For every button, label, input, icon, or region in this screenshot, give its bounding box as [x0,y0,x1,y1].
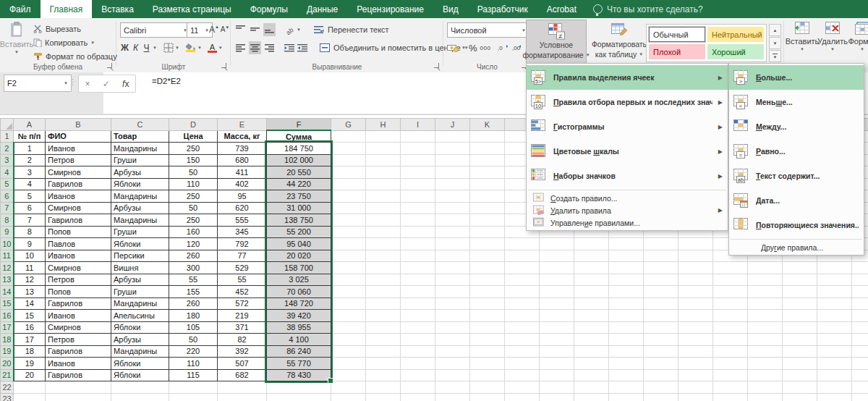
cf-submenu-item-2[interactable]: Между... [729,114,864,139]
cancel-icon[interactable]: × [85,79,90,89]
grid-cell[interactable] [331,358,366,370]
grid-cell[interactable]: Персики [111,250,169,262]
grid-cell[interactable] [401,166,435,179]
grid-cell[interactable] [748,262,783,274]
grid-cell[interactable] [470,310,505,322]
grid-cell[interactable] [748,274,783,286]
grid-cell[interactable] [401,178,435,190]
grid-cell[interactable] [366,334,401,346]
fill-color-dropdown-arrow[interactable]: ▼ [197,46,202,50]
grid-cell[interactable]: 184 750 [267,143,331,155]
grid-cell[interactable] [331,143,366,155]
accounting-dropdown-arrow[interactable]: ▼ [461,46,466,50]
orientation-dropdown-arrow[interactable]: ▼ [297,28,301,32]
grid-cell[interactable] [644,381,678,394]
grid-cell[interactable] [470,178,505,190]
grid-cell[interactable]: 620 [218,202,267,214]
grid-cell[interactable]: 110 [169,358,218,370]
grid-cell[interactable] [401,214,435,227]
grid-cell[interactable] [331,321,366,334]
grid-cell[interactable] [366,226,401,238]
grid-cell[interactable]: 160 [169,226,218,238]
row-header-15[interactable]: 15 [1,297,14,310]
grid-cell[interactable] [609,262,644,274]
grid-cell[interactable] [470,334,505,346]
grid-cell[interactable] [366,214,401,227]
gallery-scroll-down-icon[interactable]: ▼ [769,37,781,49]
grid-cell[interactable] [470,166,505,179]
grid-cell[interactable] [678,334,713,346]
grid-cell[interactable] [783,321,817,334]
grid-cell[interactable] [713,358,748,370]
row-header-14[interactable]: 14 [1,286,14,298]
grid-cell[interactable] [609,286,644,298]
cf-submenu-item-5[interactable]: Дата... [729,188,864,213]
grid-cell[interactable] [783,358,817,370]
grid-cell[interactable] [435,130,470,143]
grid-cell[interactable] [505,358,540,370]
grid-cell[interactable] [366,274,401,286]
grid-cell[interactable]: Масса, кг [218,130,267,143]
grid-cell[interactable] [331,202,366,214]
column-header-E[interactable]: E [218,119,267,131]
grid-cell[interactable] [574,345,609,358]
grid-cell[interactable] [366,345,401,358]
grid-cell[interactable] [609,274,644,286]
comma-style-button[interactable]: 000 [480,45,491,51]
cell-style-chip-1[interactable]: Нейтральный [707,27,764,42]
grid-cell[interactable] [366,143,401,155]
grid-cell[interactable]: Попов [46,286,111,298]
grid-cell[interactable]: Яблоки [111,178,169,190]
grid-cell[interactable] [401,297,435,310]
grid-cell[interactable]: 115 [169,369,218,381]
grid-cell[interactable] [46,393,111,401]
borders-button[interactable] [163,43,174,53]
grid-cell[interactable] [401,345,435,358]
grid-cell[interactable] [218,393,267,401]
row-header-16[interactable]: 16 [1,310,14,322]
grid-cell[interactable] [331,310,366,322]
paste-dropdown-arrow[interactable]: ▼ [14,50,19,54]
grid-cell[interactable] [401,143,435,155]
grid-cell[interactable] [540,262,574,274]
grid-cell[interactable] [470,250,505,262]
row-header-1[interactable]: 1 [1,130,14,143]
grid-cell[interactable]: Апельсины [111,310,169,322]
format-cells-button[interactable]: Формат ▼ [848,21,868,64]
grid-cell[interactable]: 39 420 [267,310,331,322]
grid-cell[interactable] [46,381,111,394]
grid-cell[interactable] [852,358,868,370]
grid-cell[interactable] [783,286,817,298]
fill-color-button[interactable] [186,43,196,52]
grid-cell[interactable]: 11 [14,262,46,274]
grid-cell[interactable] [401,274,435,286]
grid-cell[interactable]: 7 [14,214,46,227]
grid-cell[interactable] [366,286,401,298]
clipboard-dialog-launcher[interactable] [107,63,114,69]
row-header-5[interactable]: 5 [1,178,14,190]
grid-cell[interactable]: 44 220 [267,178,331,190]
grid-cell[interactable] [817,381,852,394]
grid-cell[interactable]: 13 [14,286,46,298]
grid-cell[interactable]: 82 [218,334,267,346]
grid-cell[interactable] [401,238,435,250]
grid-cell[interactable]: Попов [46,226,111,238]
grid-cell[interactable] [435,310,470,322]
font-color-dropdown-arrow[interactable]: ▼ [218,46,223,50]
grid-cell[interactable]: Иванов [46,143,111,155]
cf-submenu-item-1[interactable]: <Меньше... [729,90,864,114]
percent-style-button[interactable]: % [469,43,477,54]
grid-cell[interactable] [817,334,852,346]
grid-cell[interactable] [401,381,435,394]
font-dialog-launcher[interactable] [221,63,228,69]
grid-cell[interactable] [783,274,817,286]
grid-cell[interactable] [366,297,401,310]
grid-cell[interactable]: 55 [169,274,218,286]
column-header-H[interactable]: H [366,119,401,131]
row-header-17[interactable]: 17 [1,321,14,334]
grid-cell[interactable]: 77 [218,250,267,262]
grid-cell[interactable] [435,154,470,166]
grid-cell[interactable] [713,262,748,274]
grid-cell[interactable]: 260 [169,250,218,262]
grid-cell[interactable] [435,190,470,203]
